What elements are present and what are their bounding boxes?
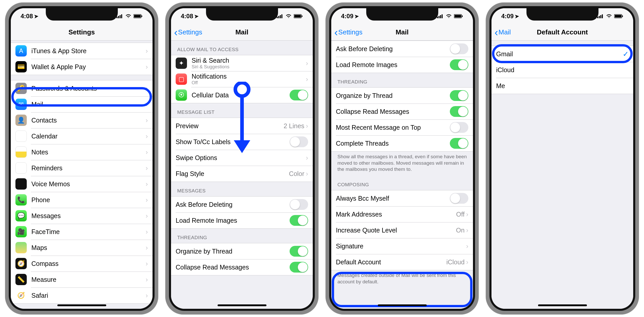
settings-row[interactable]: Default AccountiCloud› [331,254,473,270]
settings-row[interactable]: Maps› [11,240,153,256]
content[interactable]: ALLOW MAIL TO ACCESS✦Siri & SearchSiri &… [171,41,313,309]
settings-row[interactable]: 👤Contacts› [11,112,153,128]
signal-icon [277,14,283,18]
toggle-switch[interactable] [450,106,468,117]
chevron-right-icon: › [306,170,308,178]
content[interactable]: Gmail✓iCloudMe [491,41,633,309]
settings-row[interactable]: 🎥FaceTime› [11,224,153,240]
chevron-right-icon: › [146,244,148,252]
settings-row[interactable]: Calendar› [11,128,153,144]
chevron-right-icon: › [146,276,148,284]
settings-row[interactable]: ▢NotificationsOff› [171,71,313,87]
row-label: Signature [336,243,466,250]
screen: 4:08➤ ‹Settings Mail ALLOW MAIL TO ACCES… [171,8,313,309]
settings-row[interactable]: Ask Before Deleting [171,197,313,212]
settings-row[interactable]: Complete Threads [331,135,473,151]
settings-row[interactable]: iCloud [491,62,633,78]
back-button[interactable]: ‹Mail [495,27,511,38]
row-label: Most Recent Message on Top [336,124,450,131]
settings-row[interactable]: 💬Messages› [11,208,153,224]
settings-row[interactable]: Load Remote Images [331,57,473,73]
chevron-right-icon: › [146,164,148,172]
settings-row[interactable]: 📞Phone› [11,192,153,208]
settings-row[interactable]: Organize by Thread [171,243,313,259]
settings-row[interactable]: Flag StyleColor› [171,166,313,182]
section-footer: Messages created outside of Mail will be… [331,270,473,288]
toggle-switch[interactable] [450,43,468,54]
svg-rect-3 [121,14,122,18]
phone-frame: 4:09➤ ‹Mail Default Account Gmail✓iCloud… [486,3,639,314]
settings-row[interactable]: Mark AddressesOff› [331,206,473,222]
settings-row[interactable]: Ask Before Deleting [331,41,473,57]
home-indicator[interactable] [538,304,587,306]
settings-row[interactable]: Increase Quote LevelOn› [331,222,473,238]
notch [526,8,598,21]
toggle-switch[interactable] [450,59,468,70]
settings-row[interactable]: Most Recent Message on Top [331,119,473,135]
back-label: Settings [338,28,362,36]
row-label: Voice Memos [31,180,146,188]
svg-rect-18 [439,16,440,18]
home-indicator[interactable] [378,304,427,306]
signal-icon [117,14,123,18]
chevron-right-icon: › [146,212,148,220]
settings-row[interactable]: ⦿Cellular Data [171,87,313,103]
toggle-switch[interactable] [290,262,308,273]
settings-row[interactable]: 🧭Compass› [11,256,153,272]
settings-row[interactable]: Show To/Cc Labels [171,134,313,150]
settings-row[interactable]: Me [491,78,633,94]
row-label: Contacts [31,117,146,124]
content[interactable]: Ask Before DeletingLoad Remote ImagesTHR… [331,41,473,309]
phone-frame: 4:08➤ ‹Settings Mail ALLOW MAIL TO ACCES… [165,3,318,314]
settings-row[interactable]: Preview2 Lines› [171,118,313,134]
settings-row[interactable]: 💳Wallet & Apple Pay› [11,59,153,75]
settings-row[interactable]: Swipe Options› [171,150,313,166]
toggle-switch[interactable] [450,90,468,101]
toggle-switch[interactable] [290,215,308,226]
notch [46,8,118,21]
row-value: On [456,227,464,234]
toggle-switch[interactable] [450,138,468,149]
toggle-switch[interactable] [290,199,308,210]
toggle-switch[interactable] [290,246,308,257]
settings-row[interactable]: Notes› [11,144,153,160]
chevron-right-icon: › [146,63,148,71]
row-label: Ask Before Deleting [336,45,450,53]
settings-row[interactable]: Signature› [331,238,473,254]
settings-row[interactable]: Reminders› [11,160,153,176]
settings-row[interactable]: ✦Siri & SearchSiri & Suggestions› [171,55,313,71]
toggle-switch[interactable] [450,122,468,133]
back-button[interactable]: ‹Settings [334,27,362,38]
settings-row[interactable]: Gmail✓ [491,46,633,62]
wallet-icon: 💳 [15,61,27,72]
home-indicator[interactable] [57,304,106,306]
settings-row[interactable]: Load Remote Images [171,212,313,228]
row-label: Wallet & Apple Pay [31,63,146,71]
toggle-switch[interactable] [450,193,468,204]
home-indicator[interactable] [218,304,266,306]
toggle-switch[interactable] [290,90,308,100]
settings-row[interactable]: ✉︎Mail› [11,96,153,112]
settings-row[interactable]: Voice Memos› [11,176,153,192]
settings-row[interactable]: 🔑Passwords & Accounts› [11,80,153,96]
settings-row[interactable]: Organize by Thread [331,88,473,104]
settings-group: Organize by ThreadCollapse Read Messages [171,243,313,275]
check-icon: ✓ [623,50,629,58]
row-label: Preview [176,122,284,130]
row-label: Flag Style [176,170,289,178]
content[interactable]: AiTunes & App Store›💳Wallet & Apple Pay›… [11,41,153,309]
back-button[interactable]: ‹Settings [174,27,202,38]
row-label: Messages [31,212,146,220]
row-label: Measure [31,276,146,283]
settings-row[interactable]: AiTunes & App Store› [11,43,153,59]
settings-row[interactable]: 🧭Safari› [11,287,153,303]
settings-row[interactable]: 📏Measure› [11,272,153,287]
toggle-switch[interactable] [290,136,308,147]
settings-group: 🔑Passwords & Accounts›✉︎Mail›👤Contacts›C… [11,80,153,304]
battery-icon [294,14,303,18]
row-sublabel: Off [192,80,227,86]
settings-row[interactable]: Collapse Read Messages [171,259,313,275]
settings-row[interactable]: Always Bcc Myself [331,190,473,206]
svg-rect-20 [442,14,443,18]
settings-row[interactable]: Collapse Read Messages [331,104,473,119]
